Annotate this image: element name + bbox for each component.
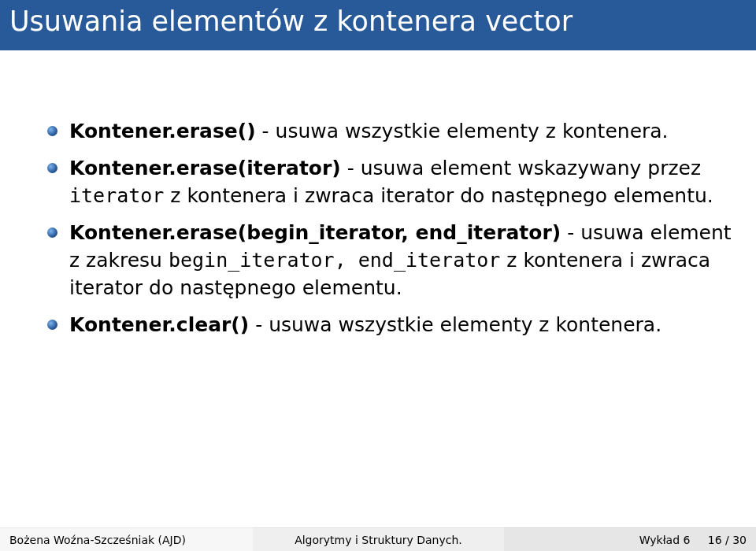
method-name: Kontener.clear(): [69, 313, 249, 336]
slide-content: Kontener.erase() - usuwa wszystkie eleme…: [0, 50, 756, 338]
desc-text: - usuwa element wskazywany przez: [341, 157, 701, 179]
slide: Usuwania elementów z kontenera vector Ko…: [0, 0, 756, 551]
bullet-icon: [47, 320, 57, 330]
list-item: Kontener.erase(begin_iterator, end_itera…: [47, 219, 732, 301]
footer-center: Algorytmy i Struktury Danych.: [253, 527, 505, 551]
method-name: Kontener.erase(begin_iterator, end_itera…: [69, 221, 561, 244]
bullet-icon: [47, 227, 57, 238]
method-name: Kontener.erase(): [69, 120, 256, 142]
footer-author: Bożena Woźna-Szcześniak (AJD): [0, 527, 253, 551]
list-item: Kontener.erase(iterator) - usuwa element…: [47, 154, 732, 209]
bullet-list: Kontener.erase() - usuwa wszystkie eleme…: [47, 117, 732, 338]
bullet-icon: [47, 163, 57, 173]
footer-page: 16 / 30: [708, 534, 747, 546]
footer: Bożena Woźna-Szcześniak (AJD) Algorytmy …: [0, 527, 756, 551]
code-text: begin_iterator, end_iterator: [169, 249, 500, 272]
desc-text: - usuwa wszystkie elementy z kontenera.: [256, 120, 669, 142]
desc-text: z kontenera i zwraca iterator do następn…: [164, 184, 713, 207]
footer-lecture: Wykład 6: [639, 534, 691, 546]
list-item: Kontener.erase() - usuwa wszystkie eleme…: [47, 117, 732, 145]
code-text: iterator: [69, 184, 164, 207]
bullet-icon: [47, 126, 57, 136]
footer-gap: [690, 534, 707, 546]
footer-right: Wykład 6 16 / 30: [504, 527, 756, 551]
slide-title: Usuwania elementów z kontenera vector: [0, 0, 756, 50]
method-name: Kontener.erase(iterator): [69, 157, 341, 179]
desc-text: - usuwa wszystkie elementy z kontenera.: [249, 313, 662, 336]
list-item: Kontener.clear() - usuwa wszystkie eleme…: [47, 311, 732, 338]
